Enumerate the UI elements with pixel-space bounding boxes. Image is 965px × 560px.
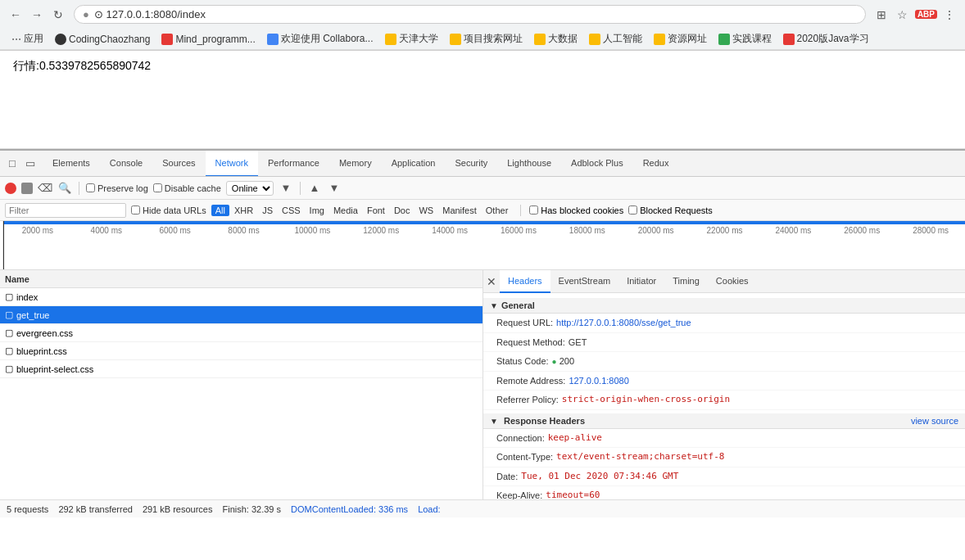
network-item-index[interactable]: ▢ index bbox=[0, 288, 482, 306]
filter-type-font[interactable]: Font bbox=[363, 205, 389, 216]
devtools-tabs: □ ▭ Elements Console Sources Network Per… bbox=[0, 151, 965, 177]
detail-tab-cookies[interactable]: Cookies bbox=[708, 270, 757, 293]
devtools-dock-icon[interactable]: □ bbox=[5, 156, 20, 171]
tl-6: 12000 ms bbox=[347, 226, 415, 235]
nav-buttons: ← → ↻ bbox=[7, 6, 67, 24]
network-item-evergreen[interactable]: ▢ evergreen.css bbox=[0, 324, 482, 342]
bookmark-mind[interactable]: Mind_programm... bbox=[156, 32, 260, 47]
tab-memory[interactable]: Memory bbox=[329, 151, 382, 177]
tab-performance[interactable]: Performance bbox=[258, 151, 329, 177]
filter-input[interactable] bbox=[5, 203, 126, 218]
status-dom-content-loaded[interactable]: DOMContentLoaded: 336 ms bbox=[291, 504, 408, 514]
filter-type-js[interactable]: JS bbox=[258, 205, 277, 216]
filter-type-doc[interactable]: Doc bbox=[390, 205, 415, 216]
network-toolbar: ⌫ 🔍 Preserve log Disable cache Online ▼ … bbox=[0, 177, 965, 200]
tab-application[interactable]: Application bbox=[382, 151, 446, 177]
tab-adblock[interactable]: Adblock Plus bbox=[561, 151, 633, 177]
network-item-blueprint[interactable]: ▢ blueprint.css bbox=[0, 342, 482, 360]
network-item-get-true[interactable]: ▢ get_true bbox=[0, 306, 482, 324]
preserve-log-checkbox[interactable] bbox=[86, 183, 95, 192]
record-button[interactable] bbox=[5, 183, 16, 194]
blocked-cookies-label[interactable]: Has blocked cookies bbox=[529, 205, 623, 215]
blocked-requests-label[interactable]: Blocked Requests bbox=[628, 205, 713, 215]
extensions-button[interactable]: ⊞ bbox=[872, 6, 890, 24]
tab-sources[interactable]: Sources bbox=[152, 151, 205, 177]
filter-type-other[interactable]: Other bbox=[482, 205, 513, 216]
tab-network[interactable]: Network bbox=[206, 151, 258, 177]
bookmark-tianjin[interactable]: 天津大学 bbox=[380, 30, 443, 47]
tl-12: 24000 ms bbox=[759, 226, 827, 235]
network-item-blueprint-select[interactable]: ▢ blueprint-select.css bbox=[0, 360, 482, 378]
date-value: Tue, 01 Dec 2020 07:34:46 GMT bbox=[521, 470, 678, 484]
stop-button[interactable] bbox=[21, 183, 33, 194]
bookmark-shijian[interactable]: 实践课程 bbox=[714, 30, 777, 47]
item-checkbox-evergreen: ▢ bbox=[5, 327, 16, 338]
search-button[interactable]: 🔍 bbox=[57, 181, 72, 196]
detail-tab-headers[interactable]: Headers bbox=[500, 270, 550, 293]
blocked-requests-text: Blocked Requests bbox=[640, 205, 713, 215]
filter-type-css[interactable]: CSS bbox=[278, 205, 305, 216]
export-button[interactable]: ▼ bbox=[327, 181, 342, 196]
content-type-key: Content-Type: bbox=[496, 450, 553, 464]
bookmark-apps[interactable]: ⋅⋅⋅ 应用 bbox=[7, 30, 48, 47]
disable-cache-text: Disable cache bbox=[165, 183, 221, 193]
general-section-header[interactable]: ▼ General bbox=[483, 298, 965, 314]
filter-type-media[interactable]: Media bbox=[329, 205, 362, 216]
menu-button[interactable]: ⋮ bbox=[940, 6, 958, 24]
timeline-ruler[interactable]: 2000 ms 4000 ms 6000 ms 8000 ms 10000 ms… bbox=[3, 221, 965, 269]
filter-type-img[interactable]: Img bbox=[306, 205, 328, 216]
tab-console[interactable]: Console bbox=[100, 151, 152, 177]
tab-lighthouse[interactable]: Lighthouse bbox=[497, 151, 561, 177]
forward-button[interactable]: → bbox=[28, 6, 46, 24]
detail-tabs: ✕ Headers EventStream Initiator Timing C… bbox=[483, 270, 965, 293]
bookmark-java[interactable]: 2020版Java学习 bbox=[778, 30, 874, 47]
tab-redux[interactable]: Redux bbox=[633, 151, 679, 177]
bookmark-coding[interactable]: CodingChaozhang bbox=[50, 32, 155, 47]
blocked-cookies-checkbox[interactable] bbox=[529, 205, 538, 215]
hide-data-urls-label[interactable]: Hide data URLs bbox=[131, 205, 206, 215]
import-button[interactable]: ▲ bbox=[307, 181, 322, 196]
throttle-settings-icon[interactable]: ▼ bbox=[279, 181, 293, 196]
bookmark-resource[interactable]: 资源网址 bbox=[649, 30, 712, 47]
response-headers-section-header[interactable]: ▼ Response Headers view source bbox=[483, 413, 965, 429]
date-key: Date: bbox=[496, 470, 518, 484]
preserve-log-label[interactable]: Preserve log bbox=[86, 183, 148, 193]
disable-cache-label[interactable]: Disable cache bbox=[153, 183, 221, 193]
view-source-link[interactable]: view source bbox=[911, 416, 958, 426]
star-button[interactable]: ☆ bbox=[894, 6, 912, 24]
filter-type-manifest[interactable]: Manifest bbox=[438, 205, 481, 216]
bookmark-ai[interactable]: 人工智能 bbox=[584, 30, 647, 47]
clear-button[interactable]: ⌫ bbox=[38, 181, 52, 196]
filter-type-all[interactable]: All bbox=[211, 205, 229, 216]
detail-row-date: Date: Tue, 01 Dec 2020 07:34:46 GMT bbox=[483, 467, 965, 487]
throttle-select[interactable]: Online bbox=[226, 181, 274, 196]
disable-cache-checkbox[interactable] bbox=[153, 183, 162, 192]
timeline-cursor bbox=[3, 221, 4, 269]
tl-1: 2000 ms bbox=[3, 226, 72, 235]
status-load[interactable]: Load: bbox=[418, 504, 441, 514]
bookmark-bigdata[interactable]: 大数据 bbox=[529, 30, 582, 47]
bookmark-collab[interactable]: 欢迎使用 Collabora... bbox=[262, 30, 378, 47]
hide-data-urls-checkbox[interactable] bbox=[131, 205, 140, 215]
address-bar[interactable]: ● ⊙ 127.0.0.1:8080/index bbox=[74, 5, 866, 24]
devtools-undock-icon[interactable]: ▭ bbox=[23, 156, 38, 171]
detail-tab-eventstream[interactable]: EventStream bbox=[550, 270, 619, 293]
filter-type-ws[interactable]: WS bbox=[415, 205, 437, 216]
remote-value[interactable]: 127.0.0.1:8080 bbox=[569, 374, 628, 388]
url-value[interactable]: http://127.0.0.1:8080/sse/get_true bbox=[556, 316, 691, 330]
filter-type-xhr[interactable]: XHR bbox=[230, 205, 257, 216]
blocked-requests-checkbox[interactable] bbox=[628, 205, 637, 215]
detail-tab-timing[interactable]: Timing bbox=[664, 270, 708, 293]
detail-tab-initiator[interactable]: Initiator bbox=[618, 270, 664, 293]
bookmark-project[interactable]: 项目搜索网址 bbox=[445, 30, 528, 47]
bookmark-tianjin-label: 天津大学 bbox=[399, 32, 438, 46]
tab-elements[interactable]: Elements bbox=[43, 151, 100, 177]
tab-security[interactable]: Security bbox=[445, 151, 497, 177]
reload-button[interactable]: ↻ bbox=[49, 6, 67, 24]
referrer-value: strict-origin-when-cross-origin bbox=[562, 393, 730, 407]
devtools: □ ▭ Elements Console Sources Network Per… bbox=[0, 149, 965, 517]
detail-close-button[interactable]: ✕ bbox=[483, 273, 500, 290]
timeline-area: 2000 ms 4000 ms 6000 ms 8000 ms 10000 ms… bbox=[0, 221, 965, 270]
back-button[interactable]: ← bbox=[7, 6, 25, 24]
item-checkbox-get-true: ▢ bbox=[5, 309, 16, 320]
